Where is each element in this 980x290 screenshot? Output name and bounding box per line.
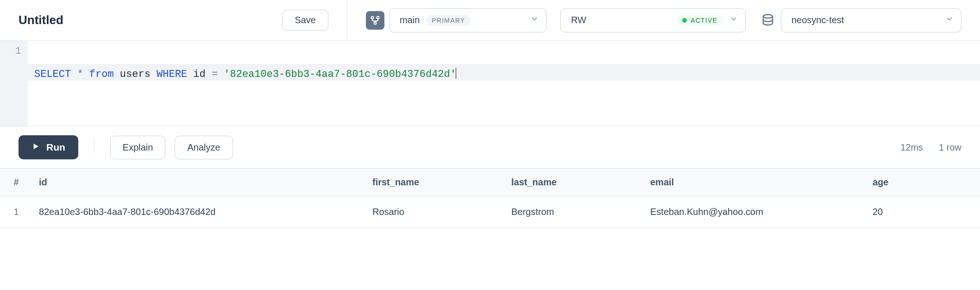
token-op: =: [212, 69, 218, 80]
editor-gutter: 1: [0, 41, 28, 126]
database-name: neosync-test: [792, 15, 844, 25]
token-keyword: SELECT: [34, 69, 71, 80]
cell-index: 1: [0, 196, 32, 228]
run-button[interactable]: Run: [19, 135, 78, 159]
svg-marker-4: [34, 144, 39, 149]
actions-bar: Run Explain Analyze 12ms 1 row: [0, 126, 980, 168]
table-row[interactable]: 1 82ea10e3-6bb3-4aa7-801c-690b4376d42d R…: [0, 196, 980, 228]
sql-editor[interactable]: 1 SELECT * from users WHERE id = '82ea10…: [0, 41, 980, 126]
line-number: 1: [0, 45, 21, 57]
col-age[interactable]: age: [866, 169, 980, 196]
query-rowcount: 1 row: [939, 142, 961, 153]
mode-name: RW: [571, 15, 586, 25]
toolbar-separator: [347, 0, 347, 41]
top-toolbar: Untitled Save main PRIMARY RW ACTIVE: [0, 0, 980, 41]
cell-email: Esteban.Kuhn@yahoo.com: [644, 196, 866, 228]
branch-name: main: [400, 15, 420, 25]
results-table: # id first_name last_name email age 1 82…: [0, 168, 980, 228]
col-email[interactable]: email: [644, 169, 866, 196]
col-index[interactable]: #: [0, 169, 32, 196]
mode-badge: ACTIVE: [677, 15, 723, 26]
mode-selector[interactable]: RW ACTIVE: [560, 8, 746, 32]
save-button[interactable]: Save: [282, 10, 328, 31]
database-selector[interactable]: neosync-test: [781, 8, 961, 32]
explain-button[interactable]: Explain: [110, 136, 166, 159]
svg-point-3: [763, 14, 773, 18]
cell-id: 82ea10e3-6bb3-4aa7-801c-690b4376d42d: [32, 196, 366, 228]
chevron-down-icon: [530, 15, 539, 25]
query-timing: 12ms: [900, 142, 923, 153]
token-keyword: from: [89, 69, 114, 80]
run-label: Run: [46, 142, 65, 153]
cell-first-name: Rosario: [366, 196, 505, 228]
code-line-1[interactable]: SELECT * from users WHERE id = '82ea10e3…: [28, 64, 980, 81]
database-icon: [760, 12, 776, 29]
code-area[interactable]: SELECT * from users WHERE id = '82ea10e3…: [28, 41, 980, 126]
token-string: '82ea10e3-6bb3-4aa7-801c-690b4376d42d': [224, 69, 456, 80]
token-ident: users: [120, 69, 151, 80]
chevron-down-icon: [729, 15, 738, 25]
col-last-name[interactable]: last_name: [505, 169, 644, 196]
branch-badge: PRIMARY: [426, 15, 471, 26]
token-op: *: [77, 69, 83, 80]
table-header-row: # id first_name last_name email age: [0, 169, 980, 196]
cell-age: 20: [866, 196, 980, 228]
token-keyword: WHERE: [157, 69, 187, 80]
branch-selector[interactable]: main PRIMARY: [389, 8, 547, 32]
branch-icon: [366, 11, 384, 30]
text-cursor: [456, 68, 457, 79]
query-stats: 12ms 1 row: [900, 142, 961, 153]
token-ident: id: [193, 69, 205, 80]
col-id[interactable]: id: [32, 169, 366, 196]
col-first-name[interactable]: first_name: [366, 169, 505, 196]
actions-separator: [94, 139, 94, 156]
analyze-button[interactable]: Analyze: [175, 136, 232, 159]
chevron-down-icon: [945, 15, 954, 25]
play-icon: [31, 142, 40, 153]
document-title[interactable]: Untitled: [19, 13, 63, 27]
cell-last-name: Bergstrom: [505, 196, 644, 228]
